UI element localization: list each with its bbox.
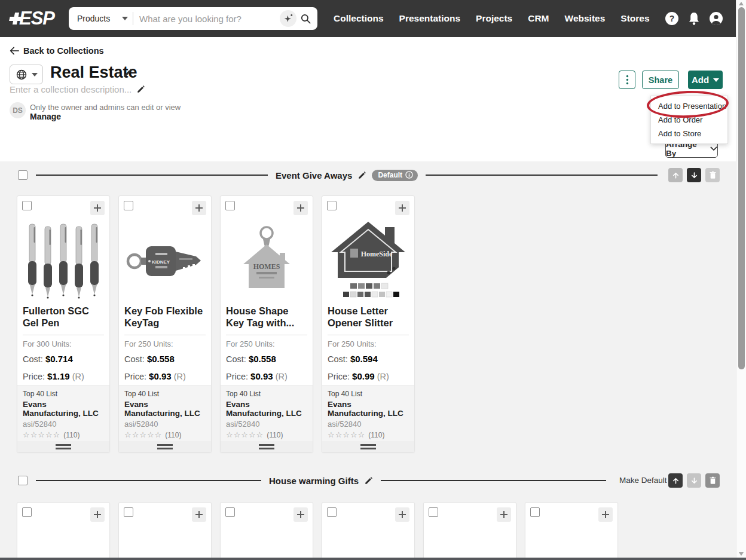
nav-collections[interactable]: Collections — [334, 13, 384, 24]
rating-stars-icon: ☆☆☆☆☆ — [328, 430, 365, 439]
divider — [381, 480, 606, 481]
add-product-button[interactable] — [293, 507, 308, 522]
default-badge[interactable]: Default — [372, 170, 418, 181]
more-options-button[interactable] — [619, 71, 635, 89]
scrollbar-thumb[interactable] — [738, 7, 745, 369]
svg-text:KIDNEY: KIDNEY — [152, 259, 170, 265]
nav-websites[interactable]: Websites — [565, 13, 606, 24]
visibility-dropdown[interactable] — [10, 65, 43, 84]
pencil-icon[interactable] — [136, 85, 145, 94]
chevron-down-icon — [32, 73, 38, 76]
supplier-name[interactable]: Evans Manufacturing, LLC — [328, 400, 409, 418]
pencil-icon[interactable] — [357, 171, 366, 180]
top-navbar: ESP Products Collections Presentations P… — [0, 0, 736, 37]
drag-handle[interactable] — [119, 441, 211, 452]
vertical-scrollbar[interactable] — [736, 0, 746, 558]
nav-stores[interactable]: Stores — [620, 13, 649, 24]
add-button[interactable]: Add — [688, 71, 723, 89]
supplier-info: Top 40 List Evans Manufacturing, LLC asi… — [119, 385, 211, 441]
scroll-up-arrow-icon[interactable] — [739, 2, 744, 5]
product-image-key-fob: KIDNEY — [126, 238, 204, 284]
edit-title-button[interactable] — [123, 68, 133, 81]
product-price: Price: $0.99 (R) — [322, 371, 414, 381]
make-default-link[interactable]: Make Default — [619, 476, 667, 485]
empty-product-slot — [17, 502, 110, 560]
esp-logo[interactable]: ESP — [10, 8, 54, 29]
help-icon[interactable]: ? — [665, 11, 679, 26]
product-checkbox[interactable] — [225, 507, 235, 517]
product-image[interactable]: KIDNEY — [119, 220, 211, 302]
product-cost: Cost: $0.714 — [17, 354, 109, 364]
add-product-button[interactable] — [497, 507, 511, 522]
product-checkbox[interactable] — [327, 507, 337, 517]
product-image[interactable] — [17, 220, 109, 302]
add-product-button[interactable] — [90, 507, 105, 522]
asi-number: asi/52840 — [328, 420, 409, 429]
drag-handle[interactable] — [17, 441, 109, 452]
add-product-button[interactable] — [90, 201, 105, 215]
product-checkbox[interactable] — [225, 201, 235, 210]
product-name[interactable]: House Letter Opener Slitter — [322, 302, 414, 330]
add-product-button[interactable] — [192, 507, 206, 522]
product-checkbox[interactable] — [327, 201, 337, 210]
nav-presentations[interactable]: Presentations — [399, 13, 461, 24]
top-40-label: Top 40 List — [328, 390, 409, 398]
product-name[interactable]: House Shape Key Tag with... — [221, 302, 313, 330]
scroll-down-arrow-icon[interactable] — [739, 552, 744, 556]
supplier-name[interactable]: Evans Manufacturing, LLC — [226, 400, 307, 418]
product-checkbox[interactable] — [124, 201, 133, 210]
product-price: Price: $0.93 (R) — [221, 371, 313, 381]
product-card: KIDNEY Key Fob Flexible KeyTag For 250 U… — [118, 195, 212, 452]
product-name[interactable]: Fullerton SGC Gel Pen — [17, 302, 109, 330]
ai-search-button[interactable] — [280, 10, 296, 27]
notifications-bell-icon[interactable] — [687, 11, 701, 26]
product-units: For 250 Units: — [322, 339, 414, 348]
empty-product-slot — [220, 502, 313, 560]
product-checkbox[interactable] — [124, 507, 133, 517]
description-placeholder: Enter a collection description... — [10, 84, 132, 94]
add-product-button[interactable] — [598, 507, 613, 522]
section-1-checkbox[interactable] — [18, 170, 27, 180]
drag-handle[interactable] — [221, 441, 313, 452]
add-product-button[interactable] — [395, 507, 409, 522]
add-product-button[interactable] — [293, 201, 308, 215]
product-checkbox[interactable] — [22, 201, 32, 210]
divider — [328, 335, 409, 335]
back-to-collections-link[interactable]: Back to Collections — [10, 46, 104, 56]
trash-icon — [709, 171, 717, 179]
product-cost: Cost: $0.558 — [119, 354, 211, 364]
product-image[interactable]: HOMES — [221, 220, 313, 302]
move-section-up-button[interactable] — [668, 168, 683, 182]
product-checkbox[interactable] — [22, 507, 32, 517]
product-image[interactable]: HomeSide — [322, 220, 414, 302]
search-category-dropdown[interactable]: Products — [69, 14, 133, 23]
search-submit-button[interactable] — [300, 13, 311, 25]
move-section-down-button[interactable] — [687, 168, 701, 182]
product-checkbox[interactable] — [530, 507, 540, 517]
add-product-button[interactable] — [395, 201, 409, 215]
supplier-name[interactable]: Evans Manufacturing, LLC — [124, 400, 206, 418]
move-section-down-button[interactable] — [687, 473, 701, 488]
move-section-up-button[interactable] — [668, 473, 683, 488]
supplier-name[interactable]: Evans Manufacturing, LLC — [23, 400, 104, 418]
svg-text:HomeSide: HomeSide — [361, 250, 393, 258]
section-2-checkbox[interactable] — [18, 476, 27, 485]
nav-projects[interactable]: Projects — [476, 13, 512, 24]
collection-description-field[interactable]: Enter a collection description... — [10, 84, 145, 94]
account-profile-icon[interactable] — [709, 11, 723, 26]
add-product-button[interactable] — [192, 201, 206, 215]
section-1-products: Fullerton SGC Gel Pen For 300 Units: Cos… — [17, 195, 415, 452]
drag-handle[interactable] — [322, 441, 414, 452]
product-name[interactable]: Key Fob Flexible KeyTag — [119, 302, 211, 330]
pencil-icon[interactable] — [364, 476, 373, 485]
search-input[interactable] — [133, 14, 280, 24]
product-checkbox[interactable] — [429, 507, 438, 517]
nav-crm[interactable]: CRM — [528, 13, 549, 24]
menu-add-to-store[interactable]: Add to Store — [651, 127, 727, 140]
share-button[interactable]: Share — [642, 71, 679, 89]
manage-link[interactable]: Manage — [30, 112, 61, 121]
asi-number: asi/52840 — [23, 420, 104, 429]
window-bottom-edge — [0, 558, 746, 560]
delete-section-button[interactable] — [705, 473, 720, 488]
delete-section-button[interactable] — [705, 168, 720, 182]
